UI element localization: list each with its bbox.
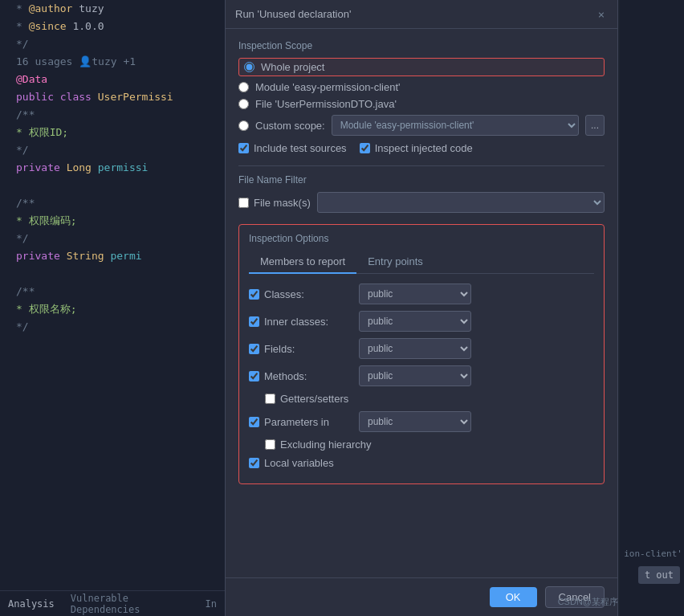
scope-radio-group: Whole project Module 'easy-permission-cl… [238, 58, 605, 136]
scope-module[interactable]: Module 'easy-permission-client' [238, 81, 605, 93]
inject-code-checkbox[interactable]: Inspect injected code [360, 142, 473, 154]
file-mask-input[interactable] [238, 198, 249, 208]
scope-whole-project[interactable]: Whole project [238, 58, 605, 76]
include-test-checkbox[interactable]: Include test sources [238, 142, 347, 154]
methods-checkbox[interactable]: Methods: [249, 370, 352, 382]
methods-input[interactable] [249, 371, 259, 381]
methods-label: Methods: [264, 370, 352, 382]
file-mask-label: File mask(s) [254, 197, 311, 209]
run-unused-dialog: Run 'Unused declaration' × Inspection Sc… [225, 0, 618, 616]
scope-custom-label: Custom scope: [255, 120, 325, 132]
inspection-options-label: Inspection Options [249, 233, 594, 244]
local-vars-checkbox[interactable]: Local variables [249, 457, 334, 469]
right-panel: ion-client' t out [620, 0, 684, 616]
parameters-label: Parameters in [264, 416, 352, 428]
code-line-12: /** [0, 194, 225, 212]
include-test-label: Include test sources [254, 142, 347, 154]
option-local-vars-row: Local variables [249, 457, 594, 469]
code-line-6: public class UserPermissi [0, 88, 225, 106]
option-excluding-row: Excluding hierarchy [249, 439, 594, 451]
excluding-checkbox[interactable]: Excluding hierarchy [265, 439, 371, 451]
inject-code-input[interactable] [360, 143, 370, 153]
right-text: ion-client' [624, 548, 682, 560]
options-tabs: Members to report Entry points [249, 251, 594, 274]
code-line-1: * @author tuzy [0, 0, 225, 18]
code-line-15: private String permi [0, 247, 225, 265]
code-line-16 [0, 265, 225, 283]
inspection-scope-label: Inspection Scope [238, 40, 605, 51]
tab-analysis[interactable]: Analysis [0, 591, 63, 616]
fields-input[interactable] [249, 344, 259, 354]
dialog-title: Run 'Unused declaration' [235, 8, 351, 20]
file-mask-row: File mask(s) [238, 192, 605, 213]
getters-label: Getters/setters [280, 393, 348, 405]
fields-label: Fields: [264, 343, 352, 355]
inner-classes-input[interactable] [249, 316, 259, 327]
scope-radio-file[interactable] [238, 99, 249, 109]
option-getters-row: Getters/setters [249, 393, 594, 405]
right-button[interactable]: t out [638, 566, 680, 584]
parameters-checkbox[interactable]: Parameters in [249, 416, 352, 428]
option-fields-row: Fields: public package-local private all [249, 338, 594, 359]
methods-select[interactable]: public package-local private all [359, 365, 471, 386]
inject-code-label: Inspect injected code [375, 142, 473, 154]
scope-whole-label: Whole project [261, 61, 324, 73]
ellipsis-button[interactable]: ... [585, 115, 605, 136]
classes-select[interactable]: public package-local private all [359, 284, 471, 304]
tab-entry-points[interactable]: Entry points [356, 251, 434, 274]
option-inner-classes-row: Inner classes: public package-local priv… [249, 311, 594, 332]
fields-select[interactable]: public package-local private all [359, 338, 471, 359]
getters-input[interactable] [265, 394, 275, 404]
watermark: CSDN@某程序 [558, 596, 618, 608]
code-line-5: @Data [0, 71, 225, 88]
scope-radio-custom[interactable] [238, 120, 249, 131]
inner-classes-label: Inner classes: [264, 316, 352, 328]
dialog-titlebar: Run 'Unused declaration' × [226, 0, 617, 29]
scope-file-label: File 'UserPermissionDTO.java' [255, 98, 397, 110]
inspection-options-section: Inspection Options Members to report Ent… [238, 224, 605, 484]
custom-scope-select[interactable]: Module 'easy-permission-client' [332, 115, 579, 136]
scope-custom[interactable]: Custom scope: Module 'easy-permission-cl… [238, 115, 605, 136]
parameters-select[interactable]: public package-local private all [359, 411, 471, 432]
inner-classes-checkbox[interactable]: Inner classes: [249, 316, 352, 328]
code-line-17: /** [0, 283, 225, 300]
fields-checkbox[interactable]: Fields: [249, 343, 352, 355]
bottom-tab-bar: Analysis Vulnerable Dependencies In [0, 590, 225, 616]
code-line-8: * 权限ID; [0, 124, 225, 141]
code-line-9: */ [0, 141, 225, 159]
inner-classes-select[interactable]: public package-local private all [359, 311, 471, 332]
tab-inspect[interactable]: In [197, 591, 225, 616]
classes-checkbox[interactable]: Classes: [249, 288, 352, 300]
excluding-input[interactable] [265, 439, 275, 450]
parameters-input[interactable] [249, 417, 259, 427]
scope-radio-module[interactable] [238, 82, 249, 92]
include-test-input[interactable] [238, 143, 249, 153]
tab-members[interactable]: Members to report [249, 251, 356, 274]
code-line-2: * @since 1.0.0 [0, 18, 225, 35]
scope-radio-whole[interactable] [244, 62, 254, 72]
inspection-scope-section: Inspection Scope Whole project Module 'e… [238, 40, 605, 154]
tab-vulnerable[interactable]: Vulnerable Dependencies [63, 591, 197, 616]
code-line-10: private Long permissi [0, 159, 225, 177]
ok-button[interactable]: OK [490, 587, 537, 607]
local-vars-input[interactable] [249, 458, 259, 468]
code-line-11 [0, 177, 225, 194]
classes-label: Classes: [264, 288, 352, 300]
code-line-19: */ [0, 318, 225, 336]
classes-input[interactable] [249, 289, 259, 300]
file-mask-checkbox[interactable]: File mask(s) [238, 197, 311, 209]
file-name-filter-section: File Name Filter File mask(s) [238, 165, 605, 213]
file-filter-label: File Name Filter [238, 174, 605, 186]
getters-checkbox[interactable]: Getters/setters [265, 393, 348, 405]
scope-file[interactable]: File 'UserPermissionDTO.java' [238, 98, 605, 110]
code-line-4: 16 usages 👤tuzy +1 [0, 53, 225, 71]
close-button[interactable]: × [595, 8, 608, 21]
dialog-body: Inspection Scope Whole project Module 'e… [226, 29, 617, 577]
code-line-3: */ [0, 35, 225, 53]
scope-checkboxes: Include test sources Inspect injected co… [238, 142, 605, 154]
file-mask-select[interactable] [317, 192, 605, 213]
excluding-label: Excluding hierarchy [280, 439, 371, 451]
option-classes-row: Classes: public package-local private al… [249, 284, 594, 304]
code-line-18: * 权限名称; [0, 300, 225, 318]
option-parameters-row: Parameters in public package-local priva… [249, 411, 594, 432]
